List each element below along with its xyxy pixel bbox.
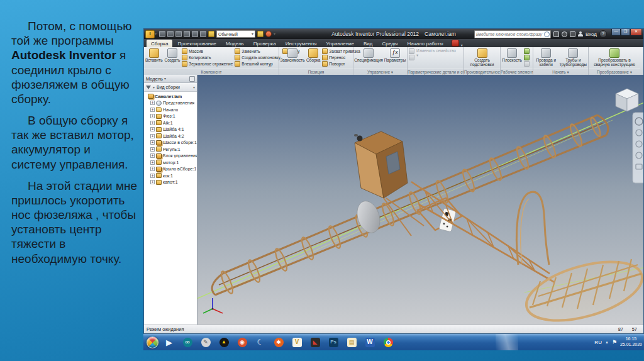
expander-icon[interactable]: +	[150, 180, 155, 184]
expander-icon[interactable]: +	[150, 134, 155, 138]
weldment-button[interactable]: Преобразовать в сварную конструкцию	[591, 48, 638, 67]
tree-item[interactable]: + Самолет.iam	[145, 93, 197, 100]
browser-view-label[interactable]: Вид сборки	[157, 85, 180, 89]
update-icon[interactable]	[208, 31, 214, 37]
group-label[interactable]: Преобразование ▾	[589, 69, 640, 75]
group-label[interactable]: Начать ▾	[533, 69, 588, 75]
crescent-app-icon[interactable]: ☾	[253, 336, 268, 348]
view-cube[interactable]	[616, 89, 638, 111]
favorites-icon[interactable]	[570, 31, 575, 37]
app-menu-button[interactable]: I	[145, 30, 155, 38]
representation-dropdown[interactable]: Обычный ▾	[216, 30, 255, 38]
notes-icon[interactable]: ▤	[344, 336, 359, 348]
tree-item[interactable]: + Шайба 4:2	[145, 133, 197, 140]
ribbon-tab[interactable]: Сборка	[147, 40, 172, 47]
chevron-down-icon[interactable]: ▾	[274, 32, 275, 36]
ribbon-tab[interactable]: Инструменты	[281, 40, 321, 47]
measure-icon[interactable]	[257, 31, 264, 37]
tubes-button[interactable]: Трубы и трубопроводы	[560, 48, 587, 67]
save-icon[interactable]	[175, 31, 182, 37]
expander-icon[interactable]: +	[150, 121, 155, 125]
hidden-icons-button[interactable]: ▲	[605, 340, 609, 344]
close-button[interactable]: ✕	[630, 29, 642, 36]
expander-icon[interactable]: +	[150, 153, 155, 158]
iassembly-icon[interactable]	[409, 55, 414, 60]
group-label[interactable]: Компонент	[144, 69, 279, 75]
tree-item[interactable]: + Крыло вСборе:1	[145, 166, 197, 173]
start-button[interactable]	[147, 336, 158, 348]
group-label[interactable]: Параметрические детали и сборки	[408, 69, 464, 75]
expander-icon[interactable]: +	[150, 147, 155, 152]
workpoint-icon[interactable]	[524, 55, 530, 60]
tree-item[interactable]: + Регуль:1	[145, 146, 197, 153]
print-icon[interactable]	[200, 31, 206, 37]
assemble-button[interactable]: Сборка	[306, 48, 320, 63]
chevron-down-icon[interactable]: ▾	[164, 77, 166, 81]
expander-icon[interactable]: +	[150, 101, 155, 105]
language-indicator[interactable]: RU	[594, 340, 602, 345]
action-center-icon[interactable]: ⚑	[612, 340, 617, 345]
orange-app-icon[interactable]: ✱	[271, 336, 286, 348]
expander-icon[interactable]: +	[150, 114, 155, 118]
arduino-icon[interactable]: ∞	[180, 336, 195, 348]
word-icon[interactable]: W	[362, 336, 377, 348]
ribbon-tab[interactable]: Управление	[322, 40, 358, 47]
model-canvas[interactable]	[197, 75, 644, 326]
avg-tuneup-icon[interactable]: ▲	[216, 336, 231, 348]
workplane-button[interactable]: Плоскость	[502, 48, 522, 63]
eye-app-icon[interactable]: ◉	[235, 336, 250, 348]
undo-icon[interactable]	[184, 31, 190, 37]
tree-item[interactable]: + Блок управления:1	[145, 153, 197, 160]
insert-button[interactable]: Вставить	[145, 48, 163, 63]
filter-icon[interactable]	[146, 86, 151, 89]
shrinkwrap-button[interactable]: Внешний контур	[235, 61, 280, 67]
tree-item[interactable]: + капот:1	[145, 179, 197, 186]
chevron-down-icon[interactable]: ▾	[153, 86, 155, 89]
expander-icon[interactable]: +	[150, 127, 155, 131]
ribbon-tab[interactable]: Проектирование	[173, 40, 221, 47]
restore-button[interactable]: ❐	[621, 29, 630, 36]
material-icon[interactable]	[265, 31, 272, 37]
addin-icon[interactable]	[452, 40, 459, 47]
copy-button[interactable]: Копировать	[182, 55, 233, 60]
minimize-button[interactable]: —	[611, 29, 621, 36]
search-input[interactable]	[475, 32, 544, 36]
ribbon-tab[interactable]: Модель	[221, 40, 248, 47]
layout-button[interactable]: Создать компоновку	[235, 55, 280, 60]
chevron-down-icon[interactable]: ▾	[193, 86, 195, 89]
navigation-bar[interactable]	[633, 113, 644, 183]
user-icon[interactable]	[578, 31, 583, 37]
replace-button[interactable]: Заменить	[235, 48, 280, 54]
viewport-3d[interactable]	[197, 75, 643, 325]
ribbon-tab[interactable]: Начало работы	[402, 40, 447, 47]
help-icon[interactable]: ?	[599, 30, 607, 38]
paint-icon[interactable]: ✎	[198, 336, 213, 348]
tree-item[interactable]: + Шайба 4:1	[145, 126, 197, 133]
cables-button[interactable]: Провода и кабели	[535, 48, 558, 67]
parameters-button[interactable]: ƒxПараметры	[384, 48, 406, 63]
help-search[interactable]	[474, 30, 551, 38]
tree-item[interactable]: + Начало	[145, 106, 197, 113]
workaxis-icon[interactable]	[524, 48, 530, 54]
chevron-down-icon[interactable]: ▾	[461, 43, 463, 47]
tree-item[interactable]: + мотор:1	[145, 159, 197, 166]
new-file-icon[interactable]	[159, 31, 165, 37]
group-label[interactable]: Позиция	[279, 69, 353, 75]
subscription-icon[interactable]	[553, 31, 559, 37]
mirror-button[interactable]: Зеркальное отражение	[182, 61, 233, 67]
group-label[interactable]: Производительность	[464, 69, 500, 75]
communication-icon[interactable]	[562, 31, 567, 37]
expander-icon[interactable]: +	[150, 140, 155, 145]
ucs-icon[interactable]	[524, 61, 530, 67]
redo-icon[interactable]	[192, 31, 198, 37]
pattern-button[interactable]: Массив	[182, 48, 233, 54]
expander-icon[interactable]: +	[150, 160, 155, 165]
tree-item[interactable]: + Aik:1	[145, 119, 197, 126]
pin-icon[interactable]	[189, 76, 195, 82]
v-app-icon[interactable]: V	[289, 336, 304, 348]
tree-item[interactable]: + Шасси в сборе:1	[145, 140, 197, 147]
tree-item[interactable]: + Фюз:1	[145, 113, 197, 120]
open-file-icon[interactable]	[167, 31, 174, 37]
expander-icon[interactable]: +	[150, 167, 155, 171]
clock[interactable]: 16:15 25.01.2020	[620, 336, 642, 348]
